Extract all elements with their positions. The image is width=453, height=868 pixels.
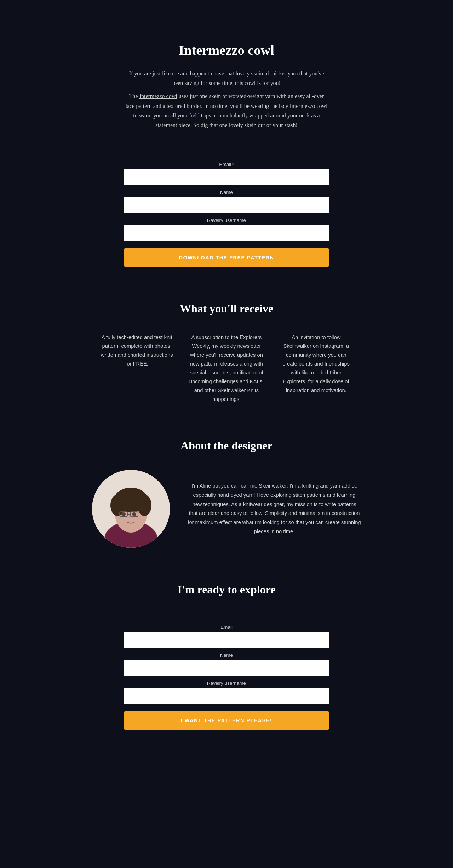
intermezzo-link[interactable]: Intermezzo cowl xyxy=(139,93,177,99)
ravelry-label-1: Ravelry username xyxy=(124,218,329,223)
download-pattern-button[interactable]: DOWNLOAD THE FREE PATTERN xyxy=(124,248,329,267)
svg-point-8 xyxy=(130,493,146,504)
hero-section: Intermezzo cowl If you are just like me … xyxy=(92,21,361,148)
svg-point-7 xyxy=(115,491,133,504)
designer-title: About the designer xyxy=(92,439,361,452)
name-label-1: Name xyxy=(124,190,329,195)
email-input-2[interactable] xyxy=(124,632,329,648)
name-input-2[interactable] xyxy=(124,660,329,676)
hero-title: Intermezzo cowl xyxy=(92,42,361,58)
ravelry-group-1: Ravelry username xyxy=(124,218,329,241)
explore-title: I'm ready to explore xyxy=(92,583,361,596)
ravelry-label-2: Ravelry username xyxy=(124,680,329,686)
form-1: Email* Name Ravelry username DOWNLOAD TH… xyxy=(124,148,329,281)
skeinwalker-link[interactable]: Skeinwalker xyxy=(259,483,287,489)
receive-columns: A fully tech-edited and test knit patter… xyxy=(92,333,361,404)
form-2: Email Name Ravelry username I WANT THE P… xyxy=(124,610,329,744)
designer-avatar-svg xyxy=(92,470,170,548)
designer-bio: I'm Aline but you can call me Skeinwalke… xyxy=(188,482,361,536)
email-label-2: Email xyxy=(124,625,329,630)
hero-description-2: The Intermezzo cowl uses just one skein … xyxy=(124,91,329,130)
svg-point-13 xyxy=(132,512,136,516)
required-marker-1: * xyxy=(232,162,234,167)
receive-section: What you'll receive A fully tech-edited … xyxy=(92,281,361,418)
email-label-1: Email* xyxy=(124,162,329,167)
name-group-2: Name xyxy=(124,653,329,676)
ravelry-group-2: Ravelry username xyxy=(124,680,329,704)
designer-avatar xyxy=(92,470,170,548)
receive-title: What you'll receive xyxy=(92,302,361,315)
designer-section: About the designer xyxy=(92,418,361,562)
designer-content: I'm Aline but you can call me Skeinwalke… xyxy=(92,470,361,548)
name-input-1[interactable] xyxy=(124,197,329,213)
ravelry-input-1[interactable] xyxy=(124,225,329,241)
receive-col-3: An invitation to follow Skeinwalker on I… xyxy=(279,333,354,404)
name-group-1: Name xyxy=(124,190,329,213)
name-label-2: Name xyxy=(124,653,329,658)
receive-col-1: A fully tech-edited and test knit patter… xyxy=(99,333,174,404)
email-group-2: Email xyxy=(124,625,329,648)
svg-point-12 xyxy=(121,512,126,516)
hero-description-1: If you are just like me and happen to ha… xyxy=(124,69,329,88)
want-pattern-button[interactable]: I WANT THE PATTERN PLEASE! xyxy=(124,711,329,730)
explore-section: I'm ready to explore Email Name Ravelry … xyxy=(92,562,361,758)
receive-col-2: A subscription to the Explorers Weekly, … xyxy=(189,333,264,404)
email-input-1[interactable] xyxy=(124,169,329,185)
email-group-1: Email* xyxy=(124,162,329,185)
ravelry-input-2[interactable] xyxy=(124,688,329,704)
